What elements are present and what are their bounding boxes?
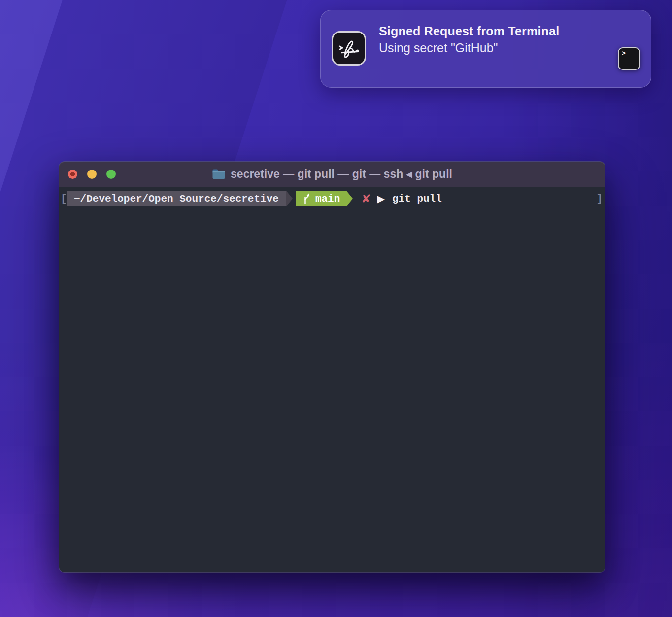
terminal-app-icon-glyph: >_ (622, 50, 631, 57)
terminal-app-icon: >_ (618, 47, 640, 70)
notification-banner[interactable]: Signed Request from Terminal Using secre… (320, 10, 651, 88)
powerline-separator (286, 191, 293, 206)
command-text: git pull (392, 193, 442, 205)
prompt-path-segment: ~/Developer/Open Source/secretive (67, 191, 286, 206)
minimize-button[interactable] (87, 170, 97, 179)
window-title: secretive — git pull — git — ssh ◂ git p… (212, 168, 452, 181)
command-mark-open: [ (61, 193, 67, 205)
zoom-button[interactable] (106, 170, 116, 179)
terminal-content[interactable]: [ ~/Developer/Open Source/secretive main… (59, 187, 605, 572)
secretive-signature-icon (332, 31, 366, 66)
prompt-line: [ ~/Developer/Open Source/secretive main… (59, 191, 605, 206)
prompt-branch-segment: main (296, 191, 346, 206)
terminal-window: secretive — git pull — git — ssh ◂ git p… (59, 162, 605, 572)
branch-name: main (315, 193, 340, 205)
command-mark-close: ] (596, 193, 603, 205)
close-button[interactable] (68, 170, 77, 179)
prompt-symbol-icon: ▶ (377, 193, 385, 205)
git-branch-icon (302, 193, 311, 205)
traffic-lights (68, 162, 116, 187)
folder-icon (212, 169, 226, 180)
window-title-text: secretive — git pull — git — ssh ◂ git p… (231, 168, 452, 181)
signature-glyph (336, 35, 362, 61)
powerline-separator (346, 191, 353, 206)
notification-title: Signed Request from Terminal (379, 24, 559, 38)
titlebar[interactable]: secretive — git pull — git — ssh ◂ git p… (59, 162, 605, 187)
dirty-status-icon: ✘ (361, 192, 370, 205)
notification-subtitle: Using secret "GitHub" (379, 41, 498, 55)
